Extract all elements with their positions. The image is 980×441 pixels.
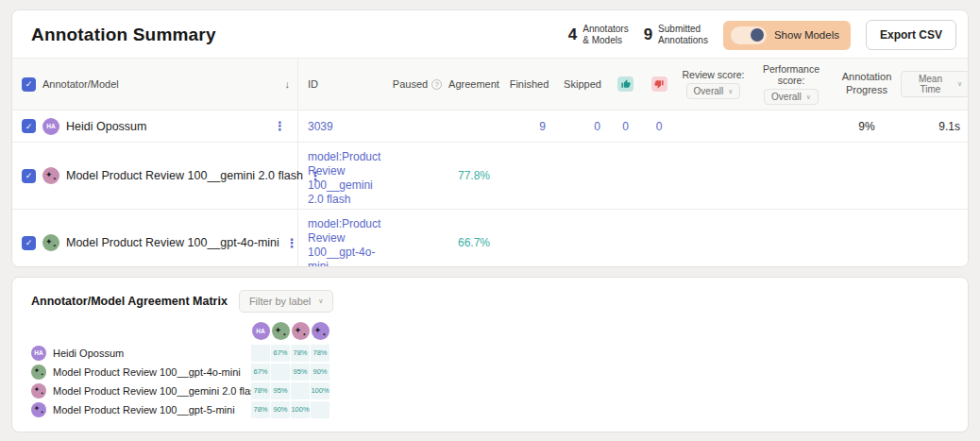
export-csv-button[interactable]: Export CSV [866, 20, 956, 50]
filter-by-label-select[interactable]: Filter by label ∨ [239, 290, 334, 313]
matrix-row-name: Model Product Review 100__gemini 2.0 fla… [53, 385, 262, 397]
col-review-score: Review score: Overall ∨ [677, 59, 750, 110]
row-menu-button[interactable]: ⋮ [274, 119, 286, 133]
matrix-cell: 67% [271, 345, 290, 362]
mean-time-select[interactable]: Mean Time ∨ [901, 71, 969, 97]
select-all-checkbox[interactable]: ✓ [22, 77, 36, 92]
avatar: HA [31, 346, 46, 361]
stat-submitted-value: 9 [644, 25, 652, 44]
sparkle-icon: ✦ [41, 392, 44, 397]
sparkle-icon: ✦ [34, 386, 41, 394]
page-title: Annotation Summary [31, 25, 216, 45]
annotator-cell: ✓ HA Heidi Opossum ⋮ [12, 110, 298, 142]
row-checkbox[interactable]: ✓ [22, 169, 36, 183]
stat-annotators-models: 4 Annotators & Models [568, 24, 629, 47]
performance-score-cell [750, 110, 833, 142]
matrix-cell: 78% [311, 345, 329, 362]
finished-cell: 9 [503, 110, 555, 142]
matrix-cell: 95% [271, 382, 290, 399]
matrix-cell [251, 345, 270, 362]
mean-time-cell: 9.1s [901, 110, 969, 142]
matrix-row-name: Heidi Opossum [53, 348, 124, 359]
matrix-row: HA Heidi Opossum 67% 78% 78% [31, 344, 968, 362]
table-header-row: ✓ Annotator/Model ↓ ID Paused ? Agreemen… [12, 58, 968, 110]
help-icon[interactable]: ? [431, 79, 442, 90]
check-icon: ✓ [25, 171, 33, 180]
matrix-row: ✦✦ Model Product Review 100__gpt-4o-mini… [31, 363, 968, 381]
annotator-name: Model Product Review 100__gpt-4o-mini [66, 236, 279, 249]
progress-cell: 9% [833, 110, 901, 142]
matrix-cell: 67% [251, 364, 270, 381]
sparkle-icon: ✦ [275, 326, 282, 335]
matrix-cell [291, 382, 310, 399]
matrix-cell: 90% [271, 401, 290, 418]
matrix-cell [271, 364, 290, 381]
model-avatar: ✦✦ [292, 322, 310, 340]
check-icon: ✓ [25, 79, 33, 89]
sparkle-icon: ✦ [295, 326, 302, 335]
performance-score-select[interactable]: Overall ∨ [764, 89, 819, 105]
model-avatar: ✦ ✦ [42, 167, 59, 184]
sparkle-icon: ✦ [302, 332, 306, 337]
show-models-toggle[interactable]: Show Models [723, 21, 851, 50]
sort-descending-icon[interactable]: ↓ [285, 78, 291, 90]
sparkle-icon: ✦ [322, 332, 326, 337]
avatar: HA [42, 118, 59, 135]
thumbs-up-icon [617, 76, 634, 92]
matrix-cell: 90% [311, 364, 329, 381]
agreement-cell: 77.8% [445, 143, 503, 209]
col-thumbs-up [610, 59, 641, 110]
matrix-row-name: Model Product Review 100__gpt-5-mini [53, 404, 235, 416]
col-annotation-progress: AnnotationProgress [833, 59, 901, 110]
row-menu-button[interactable]: ⋮ [286, 236, 298, 250]
agreement-cell [445, 110, 503, 142]
model-avatar: ✦✦ [31, 383, 46, 399]
matrix-row-name: Model Product Review 100__gpt-4o-mini [53, 366, 241, 378]
annotator-name: Heidi Opossum [66, 120, 146, 133]
model-avatar: ✦✦ [312, 322, 329, 340]
stat-submitted-annotations: 9 Submitted Annotations [644, 24, 708, 47]
table-row: ✓ ✦ ✦ Model Product Review 100__gemini 2… [12, 142, 968, 209]
row-checkbox[interactable]: ✓ [22, 236, 36, 250]
review-score-select[interactable]: Overall ∨ [686, 83, 741, 99]
sparkle-icon: ✦ [41, 411, 44, 416]
annotation-summary-card: Annotation Summary 4 Annotators & Models… [11, 9, 969, 267]
sparkle-icon: ✦ [53, 177, 57, 181]
id-link[interactable]: model:Product Review 100__gemini 2.0 fla… [308, 150, 382, 207]
chevron-down-icon: ∨ [957, 80, 962, 88]
id-link[interactable]: 3039 [308, 120, 333, 133]
matrix-row: ✦✦ Model Product Review 100__gemini 2.0 … [31, 382, 968, 399]
matrix-cell: 78% [291, 345, 310, 362]
id-link[interactable]: model:Product Review 100__gpt-4o-mini [308, 217, 382, 267]
model-avatar: ✦ ✦ [42, 234, 59, 251]
col-mean-time: Mean Time ∨ [901, 59, 969, 110]
summary-header: Annotation Summary 4 Annotators & Models… [12, 10, 968, 58]
toggle-switch-icon[interactable] [731, 26, 767, 44]
model-avatar: ✦✦ [31, 402, 46, 417]
matrix-column-avatars: HA ✦✦ ✦✦ ✦✦ [31, 322, 968, 340]
matrix-cell: 78% [251, 401, 270, 418]
annotator-cell: ✓ ✦ ✦ Model Product Review 100__gpt-4o-m… [12, 210, 298, 267]
thumbs-down-icon [651, 76, 667, 92]
paused-cell [390, 110, 445, 142]
matrix-cell: 95% [291, 364, 310, 381]
col-id: ID [298, 59, 390, 110]
stat-submitted-label: Submitted Annotations [658, 24, 708, 47]
agreement-cell: 66.7% [445, 210, 503, 267]
id-cell: model:Product Review 100__gpt-4o-mini [298, 210, 390, 267]
col-agreement: Agreement [445, 59, 503, 110]
sparkle-icon: ✦ [45, 171, 53, 179]
annotator-name: Model Product Review 100__gemini 2.0 fla… [66, 169, 303, 182]
col-annotator-model: ✓ Annotator/Model ↓ [12, 59, 298, 110]
sparkle-icon: ✦ [282, 332, 286, 337]
matrix-title: Annotator/Model Agreement Matrix [31, 295, 228, 308]
sparkle-icon: ✦ [41, 373, 44, 378]
stat-annotators-value: 4 [568, 25, 577, 44]
paused-cell [390, 210, 445, 267]
chevron-down-icon: ∨ [806, 93, 811, 101]
avatar: HA [252, 322, 270, 340]
row-checkbox[interactable]: ✓ [22, 119, 36, 133]
matrix-cell: 100% [311, 382, 329, 399]
check-icon: ✓ [25, 238, 33, 247]
chevron-down-icon: ∨ [318, 297, 323, 305]
